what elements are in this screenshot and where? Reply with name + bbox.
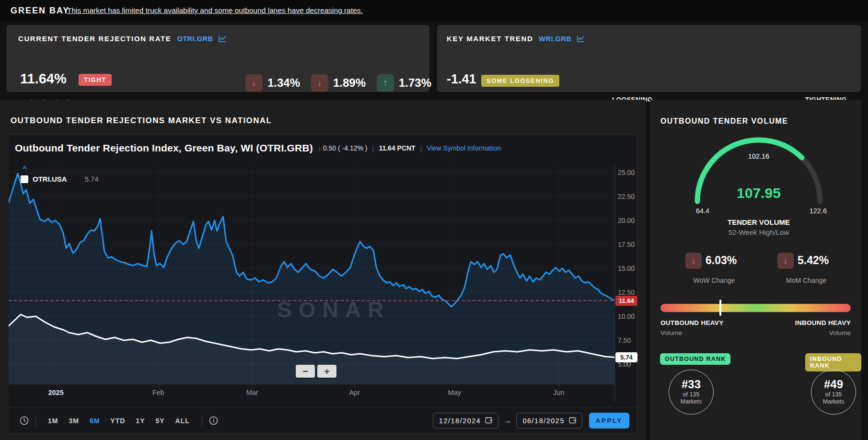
legend-checkbox[interactable] [21, 175, 28, 183]
mom-change-label: MoM Change [777, 277, 835, 284]
national-price-pill: 5.74 [615, 352, 637, 362]
y-axis-label: 15.00 [618, 265, 635, 272]
wow-change-label: WoW Change [685, 277, 743, 284]
chart-legend[interactable]: OTRI.USA 5.74 [21, 175, 99, 183]
down-arrow-icon: ↓ [317, 78, 322, 88]
down-arrow-icon: ↓ [783, 255, 788, 266]
collapse-caret-icon[interactable]: ^ [23, 164, 27, 173]
x-axis-tick [56, 384, 57, 387]
up-arrow-icon: ↑ [383, 78, 388, 88]
some-loosening-badge: SOME LOOSENING [481, 75, 559, 87]
rejection-symbol-link[interactable]: OTRI.GRB [177, 35, 213, 43]
x-axis-tick [559, 384, 559, 387]
y-axis-label: 25.00 [618, 169, 635, 176]
info-icon[interactable] [209, 416, 218, 425]
market-name: GREEN BAY [11, 6, 69, 16]
view-symbol-info-link[interactable]: View Symbol Information [427, 144, 501, 152]
inbound-rank-badge: INBOUND RANK [805, 353, 861, 371]
chart-toolbar: 1M 3M 6M YTD 1Y 5Y ALL 12/18/2024 → [8, 407, 637, 434]
outbound-heavy-sublabel: Volume [660, 329, 682, 336]
chart-panel: OUTBOUND TENDER REJECTIONS MARKET VS NAT… [0, 100, 646, 440]
change-yoy-value: 1.73% [399, 76, 431, 90]
chart-section-title: OUTBOUND TENDER REJECTIONS MARKET VS NAT… [11, 116, 272, 126]
apply-button[interactable]: APPLY [589, 413, 629, 428]
clock-icon[interactable] [20, 416, 29, 425]
gauge-value: 107.95 [701, 185, 816, 201]
inbound-heavy-label: INBOUND HEAVY [779, 319, 851, 326]
gauge-min-label: 64.4 [688, 207, 717, 215]
down-arrow-icon: ↓ [252, 78, 256, 88]
date-from-value: 12/18/2024 [439, 417, 481, 425]
range-button-1y[interactable]: 1Y [130, 414, 150, 428]
x-axis-label: Apr [349, 389, 360, 396]
x-axis-label: Jun [553, 389, 564, 396]
inbound-rank-circle: #49 of 135 Markets [811, 370, 856, 415]
inbound-heavy-sublabel: Volume [779, 329, 851, 336]
range-button-6m[interactable]: 6M [84, 414, 105, 428]
dashboard: GREEN BAY This market has limited truck … [0, 0, 868, 440]
wow-change-value: 6.03% [706, 254, 737, 267]
mom-change-chip: ↓ [777, 253, 794, 269]
range-button-3m[interactable]: 3M [63, 414, 84, 428]
change-chip-yoy: ↑ [377, 74, 394, 92]
wow-change-chip: ↓ [685, 253, 702, 269]
price-axis[interactable]: 25.0022.5020.0017.5015.0012.5010.007.505… [615, 163, 638, 384]
date-to-input[interactable]: 06/18/2025 [516, 413, 582, 428]
outbound-rank-badge: OUTBOUND RANK [660, 353, 730, 365]
change-chip-7day: ↓ [245, 74, 263, 92]
sidebar-title: OUTBOUND TENDER VOLUME [660, 117, 788, 126]
outbound-heavy-label: OUTBOUND HEAVY [660, 319, 723, 326]
top-bar: GREEN BAY This market has limited truck … [0, 0, 868, 22]
trend-card-title: KEY MARKET TREND [447, 35, 533, 43]
rejection-rate-card: CURRENT TENDER REJECTION RATE OTRI.GRB 1… [7, 25, 429, 92]
x-axis-label: 2025 [48, 389, 63, 396]
change-chip-90day: ↓ [311, 74, 328, 92]
rejection-card-title: CURRENT TENDER REJECTION RATE [18, 35, 171, 43]
inbound-rank-value: #49 [811, 378, 856, 391]
volume-balance-bar [660, 304, 851, 312]
chart-watermark: SONAR [277, 297, 390, 323]
time-axis[interactable]: 2025FebMarAprMayJun [9, 384, 614, 403]
trend-value: -1.41 [447, 72, 476, 87]
change-90day-value: 1.89% [333, 76, 366, 90]
range-button-1m[interactable]: 1M [43, 414, 63, 428]
date-range-arrow-icon: → [503, 416, 511, 426]
chart-title: Outbound Tender Rejection Index, Green B… [15, 142, 313, 154]
x-axis-label: May [448, 389, 461, 396]
chart-last-value: 11.64 PCNT [379, 144, 415, 152]
current-price-pill: 11.64 [615, 296, 637, 306]
date-from-input[interactable]: 12/18/2024 [433, 413, 499, 428]
y-axis-label: 20.00 [618, 217, 635, 224]
market-notice-link[interactable]: This market has limited truck availabili… [67, 6, 363, 15]
outbound-rank-circle: #33 of 135 Markets [669, 370, 714, 415]
x-axis-label: Mar [246, 389, 258, 396]
x-axis-tick [454, 384, 455, 387]
x-axis-label: Feb [152, 389, 164, 396]
chart-header: Outbound Tender Rejection Index, Green B… [8, 135, 637, 162]
down-arrow-icon: ↓ [691, 255, 696, 266]
calendar-icon [569, 417, 576, 425]
line-chart-icon[interactable] [577, 35, 585, 42]
chart-change: ↓ 0.50 ( -4.12% ) [318, 144, 368, 152]
range-button-all[interactable]: ALL [170, 414, 195, 428]
trend-symbol-link[interactable]: WRI.GRB [539, 35, 571, 43]
chart-widget: Outbound Tender Rejection Index, Green B… [8, 134, 637, 434]
calendar-icon [485, 417, 492, 425]
y-axis-label: 17.50 [618, 241, 635, 248]
rejection-rate-value: 11.64% [20, 71, 67, 87]
date-to-value: 06/18/2025 [522, 417, 565, 425]
chart-plot[interactable] [9, 163, 614, 384]
mom-change-value: 5.42% [798, 254, 829, 267]
zoom-out-button[interactable]: − [296, 365, 315, 378]
line-chart-icon[interactable] [219, 35, 226, 42]
range-button-ytd[interactable]: YTD [105, 414, 130, 428]
legend-symbol: OTRI.USA [33, 175, 67, 183]
chart-plot-area[interactable]: SONAR [9, 163, 614, 384]
zoom-in-button[interactable]: + [317, 365, 336, 378]
range-button-5y[interactable]: 5Y [150, 414, 170, 428]
volume-balance-marker [719, 300, 721, 316]
y-axis-label: 7.50 [618, 336, 631, 344]
x-axis-tick [158, 384, 159, 387]
x-axis-tick [355, 384, 355, 387]
legend-value: 5.74 [85, 175, 99, 183]
